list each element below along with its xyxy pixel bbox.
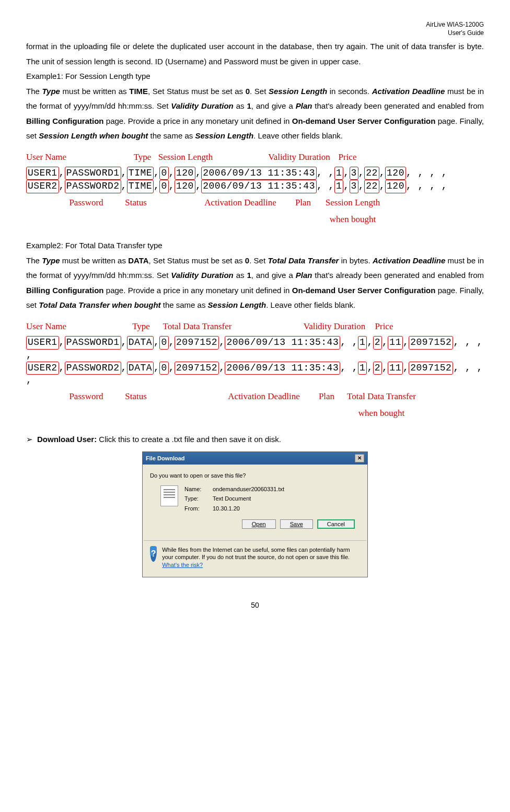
t: , and give a <box>251 101 296 110</box>
t: Type <box>42 256 60 265</box>
dialog-wrap: File Download ✕ Do you want to open or s… <box>26 451 484 577</box>
lbl-password: Password <box>63 194 110 211</box>
t: Validity Duration <box>171 101 233 110</box>
lbl-type: Type <box>128 318 154 335</box>
t: Billing Configuration <box>26 117 103 125</box>
t: Plan <box>296 271 312 280</box>
lbl-actdl: Activation Deadline <box>193 194 287 211</box>
t: when bought <box>358 405 404 422</box>
example1-body: The Type must be written as TIME, Set St… <box>26 84 484 144</box>
dialog-question: Do you want to open or save this file? <box>150 472 360 479</box>
t: 0 <box>246 87 250 96</box>
example2-title: Example2: For Total Data Transfer type <box>26 238 484 253</box>
lbl-username: User Name <box>26 149 63 166</box>
close-button[interactable]: ✕ <box>355 454 364 462</box>
download-user-row: ➢ Download User: Click this to create a … <box>26 432 484 447</box>
t: The <box>26 87 42 96</box>
t: must be written as <box>60 87 129 96</box>
t: 1 <box>247 101 251 110</box>
whats-the-risk-link[interactable]: What's the risk? <box>162 562 203 568</box>
bullet-icon: ➢ <box>26 432 33 447</box>
intro-p1: format in the uploading file or delete t… <box>26 42 484 66</box>
t: Activation Deadline <box>372 87 445 96</box>
lbl-type: Type <box>131 149 154 166</box>
t: the same as <box>148 131 195 140</box>
t: The <box>26 256 42 265</box>
lbl-actdl: Activation Deadline <box>214 388 314 405</box>
t: . Set <box>250 87 269 96</box>
lbl-status: Status <box>110 388 162 405</box>
t: page. Provide a price in any monetary un… <box>103 117 292 125</box>
t: as <box>234 101 247 110</box>
header-line2: User's Guide <box>26 29 484 38</box>
t: Validity Duration <box>171 271 233 280</box>
t: Total Data Transfer when bought <box>39 300 160 309</box>
lbl-valdur: Validity Duration <box>266 149 332 166</box>
t: Type <box>42 87 60 96</box>
t: Open <box>252 521 266 527</box>
lbl-tdtwb: Total Data Transfer when bought <box>340 388 423 422</box>
lbl-tdt: Total Data Transfer <box>154 318 240 335</box>
t: While files from the Internet can be use… <box>162 547 350 560</box>
figure-example1: User Name Type Session Length Validity D… <box>26 149 484 228</box>
open-button[interactable]: Open <box>242 519 276 529</box>
t: when bought <box>330 211 376 228</box>
from-value: 10.30.1.20 <box>213 505 284 512</box>
data-rows: USER1,PASSWORD1,TIME,0,120,2006/09/13 11… <box>26 167 484 193</box>
t: 1 <box>247 271 251 280</box>
t: page. Provide a price in any monetary un… <box>103 286 292 295</box>
t: On-demand User Server Configuration <box>292 117 436 125</box>
t: Session Length <box>195 131 253 140</box>
dialog-title: File Download <box>146 455 185 462</box>
dialog-titlebar: File Download ✕ <box>143 452 367 465</box>
data-rows: USER1,PASSWORD1,DATA,0,2097152,2006/09/1… <box>26 336 484 387</box>
t: Session Length <box>208 300 266 309</box>
example2-body: The Type must be written as DATA, Set St… <box>26 253 484 313</box>
lbl-password: Password <box>63 388 110 405</box>
t: , and give a <box>251 271 296 280</box>
download-user-text: Download User: Click this to create a .t… <box>37 432 281 447</box>
save-button[interactable]: Save <box>280 519 313 529</box>
name-value: ondemanduser20060331.txt <box>213 485 284 493</box>
t: . Set <box>249 256 268 265</box>
lbl-status: Status <box>110 194 162 211</box>
t: 0 <box>245 256 249 265</box>
t: Activation Deadline <box>373 256 445 265</box>
t: Total Data Transfer <box>268 256 339 265</box>
file-meta: Name:ondemanduser20060331.txt Type:Text … <box>184 485 284 512</box>
t: must be written as <box>60 256 129 265</box>
t: TIME <box>129 87 148 96</box>
t: . Leave other fields blank. <box>253 131 343 140</box>
lbl-plan: Plan <box>287 194 319 211</box>
example1-title: Example1: For Session Length type <box>26 69 484 84</box>
name-label: Name: <box>184 485 210 493</box>
file-icon <box>160 485 178 506</box>
lbl-username: User Name <box>26 318 63 335</box>
t: Session Length <box>326 194 380 211</box>
t: Plan <box>296 101 312 110</box>
t: that's already been generated and enable… <box>312 101 484 110</box>
download-user-desc: Click this to create a .txt file and the… <box>99 435 281 444</box>
lbl-price: Price <box>368 318 400 335</box>
cancel-button[interactable]: Cancel <box>317 519 355 529</box>
shield-icon: ? <box>150 546 157 562</box>
page-number: 50 <box>26 598 484 612</box>
page-header: AirLive WIAS-1200G User's Guide <box>26 21 484 37</box>
t: DATA <box>128 256 148 265</box>
type-label: Type: <box>184 495 210 502</box>
t: Billing Configuration <box>26 286 103 295</box>
lbl-valdur: Validity Duration <box>300 318 368 335</box>
header-line1: AirLive WIAS-1200G <box>26 21 484 29</box>
body-text: format in the uploading file or delete t… <box>26 39 484 69</box>
t: as <box>234 271 247 280</box>
from-label: From: <box>184 505 210 512</box>
lbl-price: Price <box>332 149 363 166</box>
t: the same as <box>161 300 208 309</box>
t: in bytes. <box>339 256 373 265</box>
warning-text: While files from the Internet can be use… <box>162 546 360 569</box>
type-value: Text Document <box>213 495 284 502</box>
t: On-demand User Server Configuration <box>292 286 436 295</box>
t: , Set Status must be set as <box>149 256 245 265</box>
t: Save <box>290 521 303 527</box>
lbl-plan: Plan <box>314 388 340 405</box>
